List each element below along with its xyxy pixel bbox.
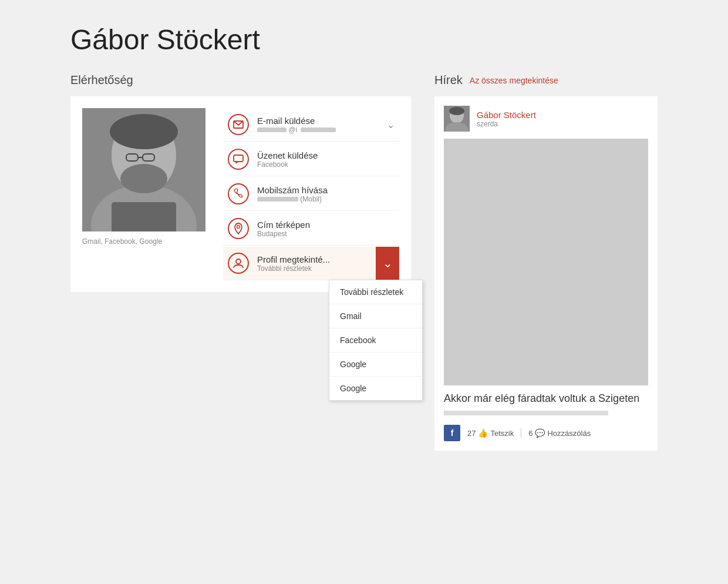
facebook-letter: f (451, 428, 454, 438)
two-column-layout: Elérhetőség (70, 73, 658, 451)
mobile-type: (Mobil) (300, 195, 322, 203)
news-comments: 6 💬 Hozzászólás (528, 428, 591, 438)
page-container: Gábor Stöckert Elérhetőség (0, 0, 728, 474)
news-progress-bar (444, 411, 608, 415)
contact-card: Gmail, Facebook, Google E-mail k (70, 96, 411, 292)
dropdown-item-google2[interactable]: Google (329, 377, 422, 400)
comments-count: 6 (528, 429, 532, 438)
dropdown-item-details[interactable]: További részletek (329, 280, 422, 304)
comments-label: Hozzászólás (547, 429, 591, 438)
news-post-title: Akkor már elég fáradtak voltuk a Szigete… (444, 392, 648, 405)
address-label: Cím térképen (257, 220, 395, 230)
email-chevron: ⌄ (387, 119, 395, 130)
profile-action-text: Profil megtekinté... További részletek (257, 254, 370, 273)
news-avatar (444, 106, 470, 132)
email-action[interactable]: E-mail küldése @i ⌄ (223, 108, 399, 142)
address-action-text: Cím térképen Budapest (257, 220, 395, 238)
location-svg (234, 223, 243, 234)
news-author-info: Gábor Stöckert szerda (477, 110, 536, 128)
news-section-header: Hírek Az összes megtekintése (434, 73, 658, 87)
svg-rect-11 (234, 155, 243, 162)
news-footer: f 27 👍 Tetszik 6 💬 Hozzászólás (444, 425, 648, 441)
page-title: Gábor Stöckert (70, 24, 658, 56)
mobile-action-text: Mobilszám hívása (Mobil) (257, 185, 395, 203)
chevron-down-icon: ⌄ (383, 256, 393, 270)
avatar-placeholder (82, 108, 205, 231)
email-action-text: E-mail küldése @i (257, 116, 382, 134)
news-post-image (444, 139, 648, 385)
contact-section-title: Elérhetőség (70, 73, 133, 87)
facebook-icon: f (444, 425, 460, 441)
avatar (82, 108, 205, 231)
comment-icon: 💬 (535, 428, 545, 438)
mobile-action[interactable]: Mobilszám hívása (Mobil) (223, 177, 399, 211)
mobile-label: Mobilszám hívása (257, 185, 395, 195)
email-sublabel: @i (257, 126, 382, 134)
news-post-header: Gábor Stöckert szerda (444, 106, 648, 132)
email-svg (233, 120, 244, 129)
email-at: @i (288, 126, 297, 134)
phone-icon (228, 183, 249, 204)
message-label: Üzenet küldése (257, 150, 395, 160)
footer-separator (521, 428, 521, 438)
contact-section: Elérhetőség (70, 73, 411, 451)
profile-sublabel: További részletek (257, 264, 370, 273)
profile-dropdown-button[interactable]: ⌄ (376, 247, 399, 280)
email-redacted2 (301, 127, 336, 132)
news-image-svg (444, 139, 648, 385)
mobile-sublabel: (Mobil) (257, 195, 395, 203)
email-icon (228, 114, 249, 135)
svg-point-12 (237, 226, 240, 229)
email-label: E-mail küldése (257, 116, 382, 126)
likes-label: Tetszik (490, 429, 514, 438)
svg-point-17 (449, 107, 464, 115)
message-icon (228, 149, 249, 170)
address-action[interactable]: Cím térképen Budapest (223, 212, 399, 246)
profile-svg (233, 258, 244, 268)
dropdown-item-gmail[interactable]: Gmail (329, 304, 422, 328)
svg-point-8 (120, 164, 167, 193)
news-date: szerda (477, 120, 536, 128)
dropdown-item-google1[interactable]: Google (329, 353, 422, 377)
profile-icon (228, 253, 249, 274)
message-sublabel: Facebook (257, 160, 395, 169)
news-section-title: Hírek (434, 73, 463, 87)
message-action[interactable]: Üzenet küldése Facebook (223, 143, 399, 176)
avatar-sources: Gmail, Facebook, Google (82, 237, 205, 246)
profile-action[interactable]: Profil megtekinté... További részletek ⌄… (223, 247, 399, 280)
news-section: Hírek Az összes megtekintése Gábor St (434, 73, 658, 451)
dropdown-item-facebook[interactable]: Facebook (329, 328, 422, 353)
message-svg (233, 155, 244, 164)
contact-section-header: Elérhetőség (70, 73, 411, 87)
message-action-text: Üzenet küldése Facebook (257, 150, 395, 169)
svg-rect-9 (112, 202, 176, 231)
avatar-svg (82, 108, 205, 231)
location-icon (228, 218, 249, 239)
avatar-section: Gmail, Facebook, Google (82, 108, 205, 280)
news-avatar-svg (444, 106, 470, 132)
likes-count: 27 (467, 429, 476, 438)
profile-label: Profil megtekinté... (257, 254, 370, 264)
svg-point-13 (236, 259, 241, 264)
news-author-name: Gábor Stöckert (477, 110, 536, 120)
news-card: Gábor Stöckert szerda Akkor már elég fár… (434, 96, 658, 451)
profile-dropdown-menu: További részletek Gmail Facebook Google … (329, 280, 423, 401)
actions-section: E-mail küldése @i ⌄ (223, 108, 399, 280)
svg-rect-18 (444, 139, 648, 385)
view-all-link[interactable]: Az összes megtekintése (470, 76, 558, 85)
news-likes: 27 👍 Tetszik (467, 428, 514, 438)
svg-point-4 (110, 114, 178, 149)
address-sublabel: Budapest (257, 230, 395, 238)
mobile-redacted (257, 197, 298, 202)
thumb-up-icon: 👍 (478, 428, 488, 438)
phone-svg (234, 189, 243, 199)
email-redacted (257, 127, 287, 132)
